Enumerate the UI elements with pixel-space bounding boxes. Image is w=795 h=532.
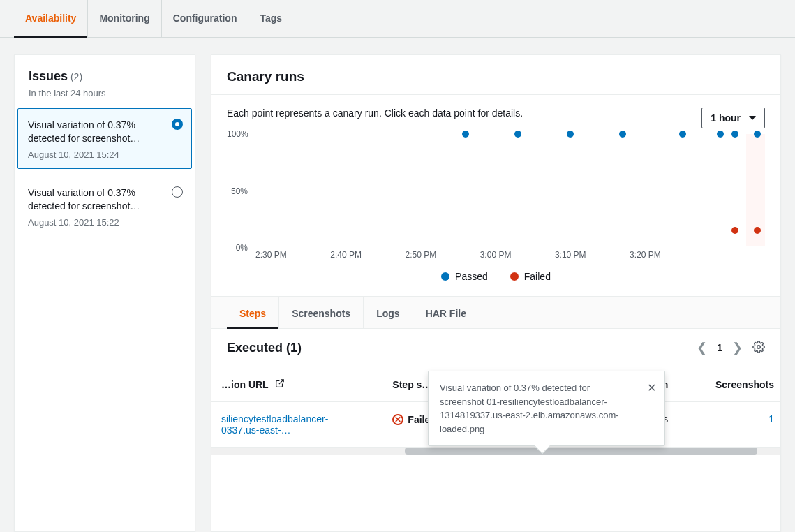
issues-panel: Issues (2) In the last 24 hours Visual v… — [14, 54, 195, 532]
tab-har-file[interactable]: HAR File — [413, 297, 479, 328]
chart-point-passed[interactable] — [717, 131, 724, 138]
x-tick: 3:00 PM — [480, 250, 512, 260]
legend-dot-failed-icon — [510, 272, 519, 281]
pager-page: 1 — [717, 342, 722, 353]
col-destination-url[interactable]: …ion URL — [211, 367, 382, 402]
issues-subtitle: In the last 24 hours — [15, 88, 195, 108]
tab-configuration[interactable]: Configuration — [162, 0, 249, 37]
tab-tags[interactable]: Tags — [248, 0, 293, 37]
legend-failed: Failed — [510, 271, 551, 282]
chart-point-passed[interactable] — [514, 131, 521, 138]
canary-runs-panel: Canary runs Each point represents a cana… — [211, 54, 781, 532]
tooltip-text: Visual variation of 0.37% detected for s… — [440, 383, 619, 434]
issue-title: Visual variation of 0.37% detected for s… — [28, 119, 181, 145]
scrollbar-thumb[interactable] — [405, 448, 757, 455]
tab-screenshots[interactable]: Screenshots — [278, 297, 363, 328]
svg-line-1 — [279, 380, 283, 384]
table-pager: ❮ 1 ❯ — [697, 340, 765, 355]
reason-tooltip: Visual variation of 0.37% detected for s… — [428, 371, 665, 446]
radio-unselected-icon[interactable] — [172, 186, 183, 198]
chart-point-passed[interactable] — [462, 131, 469, 138]
pager-prev-button[interactable]: ❮ — [697, 340, 707, 355]
top-tab-bar: Availability Monitoring Configuration Ta… — [0, 0, 795, 38]
x-tick: 3:10 PM — [555, 250, 586, 260]
chart-point-failed[interactable] — [754, 227, 761, 234]
issues-count: (2) — [70, 71, 82, 82]
settings-button[interactable] — [752, 341, 765, 355]
gear-icon — [752, 341, 765, 353]
fail-icon: ✕ — [392, 414, 403, 425]
tab-monitoring[interactable]: Monitoring — [88, 0, 161, 37]
chart-legend: Passed Failed — [227, 267, 765, 289]
chart-point-passed[interactable] — [679, 131, 686, 138]
chart-point-passed[interactable] — [619, 131, 626, 138]
y-tick: 0% — [227, 243, 248, 253]
pager-next-button[interactable]: ❯ — [732, 340, 743, 355]
x-tick: 2:40 PM — [330, 250, 362, 260]
executed-title: Executed (1) — [227, 341, 302, 355]
tab-availability[interactable]: Availability — [14, 0, 88, 37]
destination-url-link[interactable]: siliencytestloadbalancer- 0337.us-east-… — [221, 413, 328, 436]
chart-caption: Each point represents a canary run. Clic… — [227, 108, 523, 119]
issues-title: Issues — [29, 69, 68, 83]
x-tick: 3:20 PM — [630, 250, 661, 260]
issue-time: August 10, 2021 15:22 — [28, 217, 181, 228]
chevron-down-icon — [749, 116, 756, 120]
legend-passed: Passed — [441, 271, 488, 282]
issue-title: Visual variation of 0.37% detected for s… — [28, 186, 181, 213]
tab-logs[interactable]: Logs — [363, 297, 412, 328]
issue-item[interactable]: Visual variation of 0.37% detected for s… — [17, 108, 192, 169]
tab-steps[interactable]: Steps — [227, 297, 278, 328]
time-range-select[interactable]: 1 hour — [701, 108, 765, 128]
issue-time: August 10, 2021 15:24 — [28, 149, 181, 160]
chart-point-passed[interactable] — [731, 131, 738, 138]
detail-tab-bar: Steps Screenshots Logs HAR File — [211, 296, 780, 328]
canary-runs-title: Canary runs — [227, 69, 765, 84]
x-tick: 2:30 PM — [255, 250, 287, 260]
chart-point-passed[interactable] — [754, 131, 761, 138]
screenshots-link[interactable]: 1 — [768, 413, 774, 424]
y-tick: 50% — [227, 186, 248, 196]
canary-runs-chart[interactable]: 100% 50% 0% 2:30 PM2:40 PM2:50 PM3:00 PM… — [252, 134, 765, 267]
tooltip-close-button[interactable]: ✕ — [647, 380, 656, 397]
external-link-icon — [275, 378, 285, 390]
issue-item[interactable]: Visual variation of 0.37% detected for s… — [17, 176, 192, 237]
svg-point-0 — [757, 345, 761, 348]
legend-dot-passed-icon — [441, 272, 449, 281]
executed-header: Executed (1) ❮ 1 ❯ — [211, 328, 780, 367]
x-tick: 2:50 PM — [405, 250, 436, 260]
horizontal-scrollbar[interactable] — [211, 448, 780, 455]
chart-point-failed[interactable] — [731, 227, 738, 234]
col-screenshots[interactable]: Screenshots — [678, 367, 780, 402]
time-range-label: 1 hour — [711, 112, 741, 124]
chart-point-passed[interactable] — [567, 131, 574, 138]
radio-selected-icon[interactable] — [172, 119, 183, 130]
y-tick: 100% — [227, 129, 248, 139]
